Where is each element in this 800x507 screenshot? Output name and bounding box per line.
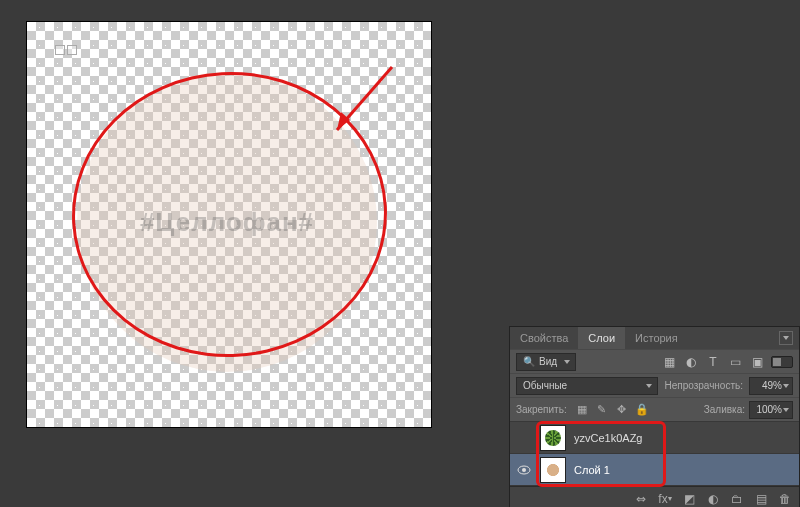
blend-mode-dropdown[interactable]: Обычные xyxy=(516,377,658,395)
lock-label: Закрепить: xyxy=(516,404,567,415)
new-layer-icon[interactable]: ▤ xyxy=(753,491,769,507)
filter-pixel-icon[interactable]: ▦ xyxy=(661,354,677,370)
layer-thumbnail[interactable] xyxy=(540,457,566,483)
layer-filter-row: 🔍 Вид ▦ ◐ T ▭ ▣ xyxy=(510,349,799,373)
layer-name[interactable]: yzvCe1k0AZg xyxy=(574,432,642,444)
doc-handle-icon xyxy=(67,45,77,55)
filter-adjust-icon[interactable]: ◐ xyxy=(683,354,699,370)
annotation-arrow xyxy=(317,62,397,142)
panel-menu-icon[interactable] xyxy=(779,331,793,345)
fill-value: 100% xyxy=(756,404,782,415)
filter-icons-group: ▦ ◐ T ▭ ▣ xyxy=(661,354,765,370)
visibility-toggle[interactable] xyxy=(516,462,532,478)
filter-type-dropdown[interactable]: 🔍 Вид xyxy=(516,353,576,371)
svg-point-3 xyxy=(522,468,526,472)
lock-fill-row: Закрепить: ▦ ✎ ✥ 🔒 Заливка: 100% xyxy=(510,397,799,421)
lock-all-icon[interactable]: 🔒 xyxy=(635,403,649,417)
layer-thumbnail[interactable] xyxy=(540,425,566,451)
lock-transparency-icon[interactable]: ▦ xyxy=(575,403,589,417)
doc-handle-icon xyxy=(55,45,65,55)
filter-toggle[interactable] xyxy=(771,356,793,368)
layers-panel: Свойства Слои История 🔍 Вид ▦ ◐ T ▭ ▣ Об… xyxy=(509,326,800,507)
eye-icon xyxy=(517,465,531,475)
filter-type-label: Вид xyxy=(539,356,557,367)
layer-row[interactable]: Слой 1 xyxy=(510,454,799,486)
svg-marker-1 xyxy=(337,112,350,130)
document-info-handles xyxy=(55,45,77,55)
blend-mode-value: Обычные xyxy=(523,380,567,391)
panel-tab-bar: Свойства Слои История xyxy=(510,327,799,349)
layers-footer: ⇔ fx▾ ◩ ◐ 🗀 ▤ 🗑 xyxy=(510,486,799,507)
opacity-value: 49% xyxy=(762,380,782,391)
link-layers-icon[interactable]: ⇔ xyxy=(633,491,649,507)
filter-smart-icon[interactable]: ▣ xyxy=(749,354,765,370)
group-icon[interactable]: 🗀 xyxy=(729,491,745,507)
filter-shape-icon[interactable]: ▭ xyxy=(727,354,743,370)
document-canvas[interactable]: #Целлофан# xyxy=(27,22,431,427)
layer-style-icon[interactable]: fx▾ xyxy=(657,491,673,507)
lock-position-icon[interactable]: ✥ xyxy=(615,403,629,417)
lock-pixels-icon[interactable]: ✎ xyxy=(595,403,609,417)
layer-mask-icon[interactable]: ◩ xyxy=(681,491,697,507)
layer-row[interactable]: yzvCe1k0AZg xyxy=(510,422,799,454)
filter-type-icon[interactable]: T xyxy=(705,354,721,370)
fill-label: Заливка: xyxy=(704,404,745,415)
tab-layers[interactable]: Слои xyxy=(578,327,625,349)
lock-icons-group: ▦ ✎ ✥ 🔒 xyxy=(575,403,649,417)
adjustment-layer-icon[interactable]: ◐ xyxy=(705,491,721,507)
canvas-content: #Целлофан# xyxy=(27,22,431,427)
opacity-input[interactable]: 49% xyxy=(749,377,793,395)
visibility-toggle[interactable] xyxy=(516,430,532,446)
opacity-label: Непрозрачность: xyxy=(664,380,743,391)
blend-opacity-row: Обычные Непрозрачность: 49% xyxy=(510,373,799,397)
tab-properties[interactable]: Свойства xyxy=(510,327,578,349)
layer-name[interactable]: Слой 1 xyxy=(574,464,610,476)
tab-history[interactable]: История xyxy=(625,327,688,349)
delete-layer-icon[interactable]: 🗑 xyxy=(777,491,793,507)
fill-input[interactable]: 100% xyxy=(749,401,793,419)
layers-list: yzvCe1k0AZg Слой 1 xyxy=(510,421,799,486)
